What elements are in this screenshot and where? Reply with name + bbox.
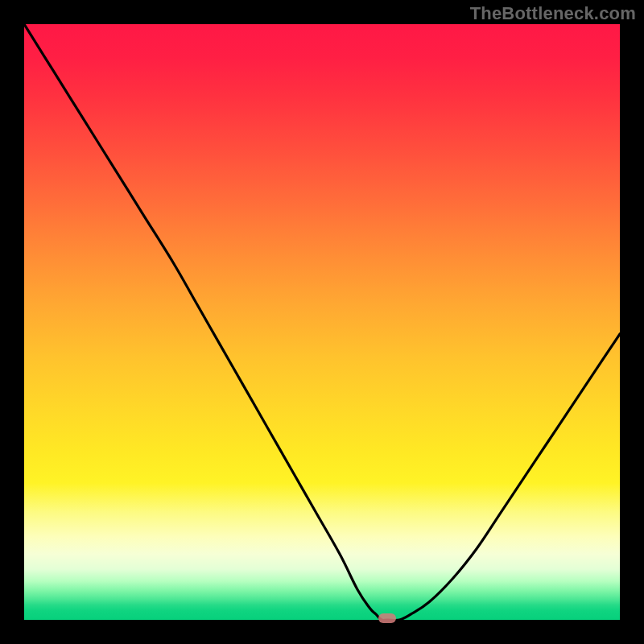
chart-frame: TheBottleneck.com	[0, 0, 644, 644]
curve-svg	[24, 24, 620, 620]
plot-area	[24, 24, 620, 620]
bottleneck-curve	[24, 24, 620, 620]
watermark-text: TheBottleneck.com	[470, 3, 636, 24]
optimum-marker	[378, 613, 396, 623]
